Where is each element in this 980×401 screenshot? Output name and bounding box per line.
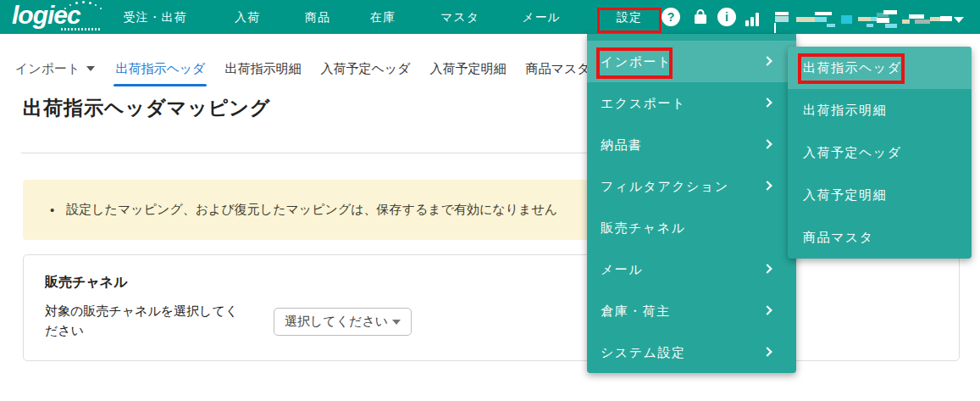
chevron-right-icon xyxy=(762,97,772,107)
menu-item-import[interactable]: インポート xyxy=(587,41,796,82)
user-account-menu-redacted[interactable] xyxy=(767,7,966,32)
nav-mail[interactable]: メール xyxy=(522,0,561,34)
import-dropdown-label: インポート xyxy=(15,61,80,77)
submenu-item-product-master[interactable]: 商品マスタ xyxy=(788,216,972,259)
nav-orders-shipping[interactable]: 受注・出荷 xyxy=(124,0,187,34)
submenu-item-shipping-detail[interactable]: 出荷指示明細 xyxy=(788,89,972,131)
settings-menu: インポート エクスポート 納品書 フィルタアクション 販売チャネル メール 倉庫… xyxy=(587,34,796,373)
bullet: • xyxy=(50,203,54,217)
nav-inventory[interactable]: 在庫 xyxy=(370,0,396,34)
notice-text: 設定したマッピング、および復元したマッピングは、保存するまで有効になりません xyxy=(66,202,557,218)
tab-arrival-detail[interactable]: 入荷予定明細 xyxy=(430,51,507,86)
logo-tagline xyxy=(61,28,102,31)
tab-shipping-header[interactable]: 出荷指示ヘッダ xyxy=(115,51,205,86)
chevron-right-icon xyxy=(762,56,772,65)
menu-item-label: メール xyxy=(601,262,643,276)
submenu-item-arrival-detail[interactable]: 入荷予定明細 xyxy=(788,174,972,216)
tab-arrival-header[interactable]: 入荷予定ヘッダ xyxy=(320,51,410,86)
menu-item-delivery-note[interactable]: 納品書 xyxy=(587,124,796,165)
channel-select-value: 選択してください xyxy=(285,314,388,330)
submenu-item-shipping-header[interactable]: 出荷指示ヘッダ xyxy=(788,47,972,89)
channel-select[interactable]: 選択してください xyxy=(274,308,412,336)
menu-item-label: 販売チャネル xyxy=(601,220,685,235)
menu-item-label: エクスポート xyxy=(601,96,686,110)
chevron-right-icon xyxy=(762,264,772,273)
channel-select-label: 対象の販売チャネルを選択してください xyxy=(45,301,246,340)
chevron-right-icon xyxy=(762,139,772,148)
help-icon[interactable]: ? xyxy=(662,8,680,26)
sales-channel-panel: 販売チャネル 対象の販売チャネルを選択してください 選択してください xyxy=(23,254,960,361)
nav-products[interactable]: 商品 xyxy=(305,0,330,34)
menu-item-label: 納品書 xyxy=(601,137,643,152)
chevron-right-icon xyxy=(762,181,772,190)
page-title: 出荷指示ヘッダマッピング xyxy=(23,95,270,121)
caret-down-icon xyxy=(954,17,964,23)
caret-down-icon xyxy=(86,66,95,71)
menu-item-label: システム設定 xyxy=(601,345,685,359)
menu-item-filter-action[interactable]: フィルタアクション xyxy=(587,165,796,207)
info-icon[interactable]: i xyxy=(717,8,736,26)
tab-product-master[interactable]: 商品マスタ xyxy=(526,51,590,86)
menu-item-export[interactable]: エクスポート xyxy=(587,82,796,124)
menu-item-system-settings[interactable]: システム設定 xyxy=(587,331,796,373)
chevron-right-icon xyxy=(762,347,772,356)
tab-bar: インポート 出荷指示ヘッダ 出荷指示明細 入荷予定ヘッダ 入荷予定明細 商品マス… xyxy=(15,51,610,86)
caret-down-icon xyxy=(392,320,401,325)
signal-bars-icon[interactable] xyxy=(745,8,764,26)
bag-icon[interactable] xyxy=(691,8,710,26)
menu-item-sales-channel[interactable]: 販売チャネル xyxy=(587,207,796,248)
tab-shipping-detail[interactable]: 出荷指示明細 xyxy=(224,51,301,86)
menu-item-mail[interactable]: メール xyxy=(587,248,796,290)
menu-item-label: 倉庫・荷主 xyxy=(601,304,671,318)
nav-settings[interactable]: 設定 xyxy=(617,0,642,34)
chevron-right-icon xyxy=(762,305,772,315)
menu-item-warehouse-shipper[interactable]: 倉庫・荷主 xyxy=(587,290,796,331)
panel-heading: 販売チャネル xyxy=(45,274,128,292)
import-submenu: 出荷指示ヘッダ 出荷指示明細 入荷予定ヘッダ 入荷予定明細 商品マスタ xyxy=(788,47,972,259)
nav-receiving[interactable]: 入荷 xyxy=(235,0,260,34)
menu-item-label: フィルタアクション xyxy=(601,179,729,193)
import-section-dropdown[interactable]: インポート xyxy=(15,61,95,77)
submenu-item-arrival-header[interactable]: 入荷予定ヘッダ xyxy=(788,131,972,174)
app-header: logiec 受注・出荷 入荷 商品 在庫 マスタ メール 設定 ? i xyxy=(0,0,980,34)
logiec-logo[interactable]: logiec xyxy=(12,0,114,34)
menu-item-label: インポート xyxy=(601,54,672,69)
nav-master[interactable]: マスタ xyxy=(440,0,479,34)
